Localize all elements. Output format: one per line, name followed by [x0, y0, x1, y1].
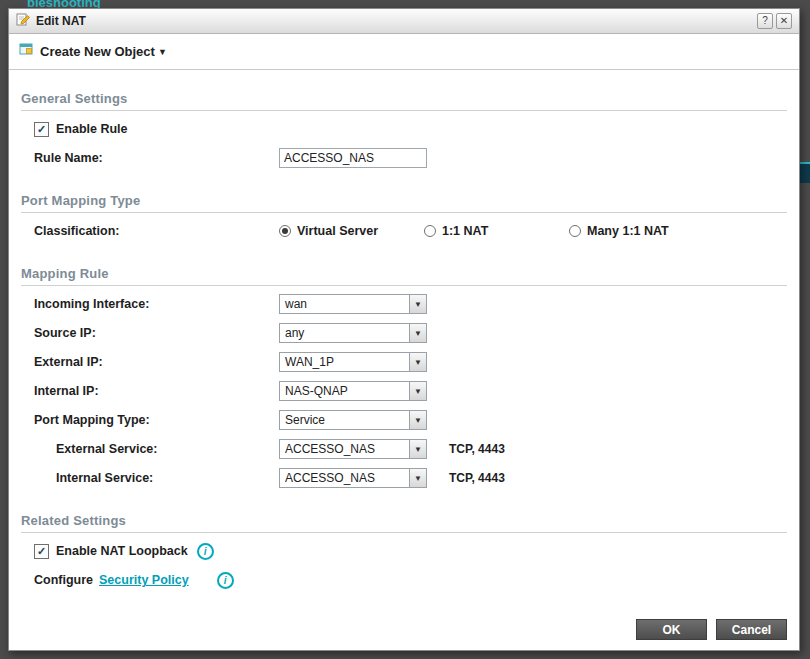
- dialog-toolbar: Create New Object ▼: [9, 34, 799, 70]
- ok-button[interactable]: OK: [636, 619, 707, 640]
- radio-label-virtual-server: Virtual Server: [297, 224, 378, 238]
- internal-ip-value: NAS-QNAP: [280, 384, 409, 398]
- dropdown-arrow-icon[interactable]: ▼: [409, 411, 426, 429]
- internal-service-value: ACCESSO_NAS: [280, 471, 409, 485]
- close-button[interactable]: ✕: [776, 13, 792, 29]
- configure-label: Configure: [34, 573, 93, 587]
- radio-icon-1-1-nat[interactable]: [424, 225, 436, 237]
- dropdown-arrow-icon[interactable]: ▼: [409, 382, 426, 400]
- rule-name-label: Rule Name:: [34, 151, 279, 165]
- dropdown-arrow-icon[interactable]: ▼: [409, 469, 426, 487]
- external-ip-value: WAN_1P: [280, 355, 409, 369]
- dialog-title: Edit NAT: [36, 14, 86, 28]
- radio-option-virtual-server[interactable]: Virtual Server: [279, 224, 424, 238]
- internal-service-dropdown[interactable]: ACCESSO_NAS ▼: [279, 468, 427, 488]
- security-policy-link[interactable]: Security Policy: [99, 573, 189, 587]
- configure-security-policy-row: Configure Security Policy i: [34, 569, 799, 591]
- dialog-titlebar: Edit NAT ? ✕: [9, 9, 799, 34]
- external-ip-row: External IP: WAN_1P ▼: [34, 351, 799, 373]
- internal-ip-label: Internal IP:: [34, 384, 279, 398]
- create-new-object-button[interactable]: Create New Object: [40, 44, 155, 59]
- dropdown-arrow-icon[interactable]: ▼: [409, 440, 426, 458]
- internal-service-row: Internal Service: ACCESSO_NAS ▼ TCP, 444…: [34, 467, 799, 489]
- incoming-interface-dropdown[interactable]: wan ▼: [279, 294, 427, 314]
- help-button[interactable]: ?: [757, 13, 773, 29]
- internal-service-protocol: TCP, 4443: [449, 471, 505, 485]
- source-ip-dropdown[interactable]: any ▼: [279, 323, 427, 343]
- external-service-dropdown[interactable]: ACCESSO_NAS ▼: [279, 439, 427, 459]
- external-service-label: External Service:: [34, 442, 279, 456]
- enable-rule-checkbox[interactable]: ✓: [34, 122, 49, 137]
- classification-radio-group: Virtual Server 1:1 NAT Many 1:1 NAT: [279, 224, 714, 238]
- rule-name-row: Rule Name:: [34, 147, 799, 169]
- nat-loopback-label: Enable NAT Loopback: [56, 544, 188, 558]
- section-heading-port-mapping-type: Port Mapping Type: [21, 193, 787, 213]
- radio-icon-virtual-server[interactable]: [279, 225, 291, 237]
- port-mapping-type-value: Service: [280, 413, 409, 427]
- source-ip-label: Source IP:: [34, 326, 279, 340]
- rule-name-input[interactable]: [279, 148, 427, 168]
- section-heading-mapping-rule: Mapping Rule: [21, 266, 787, 286]
- radio-label-many-1-1-nat: Many 1:1 NAT: [587, 224, 669, 238]
- external-service-value: ACCESSO_NAS: [280, 442, 409, 456]
- incoming-interface-row: Incoming Interface: wan ▼: [34, 293, 799, 315]
- section-heading-general-settings: General Settings: [21, 91, 787, 111]
- section-heading-related-settings: Related Settings: [21, 513, 787, 533]
- external-service-protocol: TCP, 4443: [449, 442, 505, 456]
- source-ip-value: any: [280, 326, 409, 340]
- internal-service-label: Internal Service:: [34, 471, 279, 485]
- radio-option-many-1-1-nat[interactable]: Many 1:1 NAT: [569, 224, 714, 238]
- radio-icon-many-1-1-nat[interactable]: [569, 225, 581, 237]
- nat-loopback-checkbox[interactable]: ✓: [34, 544, 49, 559]
- background-side-tab: [800, 162, 810, 183]
- internal-ip-row: Internal IP: NAS-QNAP ▼: [34, 380, 799, 402]
- external-service-row: External Service: ACCESSO_NAS ▼ TCP, 444…: [34, 438, 799, 460]
- external-ip-dropdown[interactable]: WAN_1P ▼: [279, 352, 427, 372]
- edit-icon: [16, 12, 30, 30]
- port-mapping-type-row: Port Mapping Type: Service ▼: [34, 409, 799, 431]
- classification-label: Classification:: [34, 224, 279, 238]
- edit-nat-dialog: Edit NAT ? ✕ Create New Object ▼ General…: [8, 8, 800, 651]
- create-new-object-icon: [19, 42, 34, 60]
- cancel-button[interactable]: Cancel: [716, 619, 787, 640]
- incoming-interface-label: Incoming Interface:: [34, 297, 279, 311]
- dialog-footer: OK Cancel: [636, 619, 787, 640]
- enable-rule-label: Enable Rule: [56, 122, 128, 136]
- source-ip-row: Source IP: any ▼: [34, 322, 799, 344]
- nat-loopback-row: ✓ Enable NAT Loopback i: [34, 540, 799, 562]
- incoming-interface-value: wan: [280, 297, 409, 311]
- dropdown-arrow-icon[interactable]: ▼: [409, 295, 426, 313]
- chevron-down-icon[interactable]: ▼: [158, 47, 167, 57]
- port-mapping-type-dropdown[interactable]: Service ▼: [279, 410, 427, 430]
- internal-ip-dropdown[interactable]: NAS-QNAP ▼: [279, 381, 427, 401]
- dropdown-arrow-icon[interactable]: ▼: [409, 324, 426, 342]
- classification-row: Classification: Virtual Server 1:1 NAT M…: [34, 220, 799, 242]
- radio-option-1-1-nat[interactable]: 1:1 NAT: [424, 224, 569, 238]
- radio-label-1-1-nat: 1:1 NAT: [442, 224, 488, 238]
- enable-rule-row: ✓ Enable Rule: [34, 118, 799, 140]
- port-mapping-type-label: Port Mapping Type:: [34, 413, 279, 427]
- info-icon[interactable]: i: [217, 572, 234, 589]
- dropdown-arrow-icon[interactable]: ▼: [409, 353, 426, 371]
- external-ip-label: External IP:: [34, 355, 279, 369]
- info-icon[interactable]: i: [197, 543, 214, 560]
